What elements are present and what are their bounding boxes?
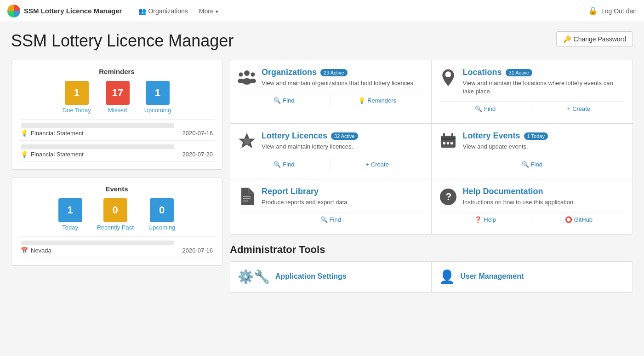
- create-button[interactable]: + Create: [532, 102, 625, 116]
- module-desc: View and maintain lottery licences.: [262, 143, 424, 151]
- module-actions: 🔍 Find: [439, 157, 626, 172]
- help-button[interactable]: ❓ Help: [439, 212, 532, 227]
- organizations-icon: 👥: [138, 7, 146, 15]
- missed-label[interactable]: Missed: [108, 107, 127, 114]
- svg-rect-8: [441, 138, 456, 140]
- module-desc: View and update events.: [463, 143, 626, 151]
- create-button[interactable]: + Create: [331, 157, 424, 172]
- left-panel: Reminders 1 Due Today 17 Missed 1 Upcomi…: [11, 60, 222, 293]
- brand-label: SSM Lottery Licence Manager: [24, 7, 122, 15]
- recently-past-count[interactable]: 0: [103, 198, 127, 222]
- module-title[interactable]: Organizations: [262, 68, 317, 77]
- recently-past-label[interactable]: Recently Past: [97, 224, 134, 231]
- upcoming-count[interactable]: 1: [146, 81, 170, 105]
- nav-more[interactable]: More: [194, 0, 224, 22]
- module-title[interactable]: Lottery Licences: [262, 131, 327, 141]
- module-locations: Locations 31 Active View and maintain th…: [432, 60, 633, 124]
- module-title[interactable]: Report Library: [262, 187, 319, 196]
- search-icon: 🔍: [475, 105, 482, 112]
- reminder-bulb-icon: 💡: [358, 97, 365, 104]
- nav-organizations[interactable]: 👥 Organizations: [133, 0, 193, 22]
- active-badge: 32 Active: [331, 132, 358, 140]
- due-today-count[interactable]: 1: [65, 81, 89, 105]
- module-desc: View and maintain organizations that hol…: [262, 79, 424, 87]
- recently-past-badge-item: 0 Recently Past: [97, 198, 134, 231]
- list-item: 💡 Financial Statement 2020-07-16: [19, 120, 215, 141]
- active-badge: 29 Active: [320, 69, 348, 76]
- event-type: 📅 Nevada: [21, 247, 51, 254]
- logout-icon: 🔓: [588, 6, 598, 15]
- help-circle-icon: ❓: [474, 216, 482, 223]
- module-lottery-events: Lottery Events 1 Today View and update e…: [432, 124, 633, 179]
- module-actions: 🔍 Find: [238, 212, 424, 227]
- events-list: 📅 Nevada 2020-07-16: [19, 236, 215, 258]
- module-help-documentation: ? Help Documentation Instructions on how…: [432, 179, 633, 234]
- module-title[interactable]: Help Documentation: [463, 187, 543, 196]
- admin-label: User Management: [461, 272, 524, 281]
- module-title[interactable]: Lottery Events: [463, 131, 520, 141]
- module-header: ? Help Documentation Instructions on how…: [439, 187, 626, 207]
- upcoming-label[interactable]: Upcoming: [144, 107, 171, 114]
- main-layout: Reminders 1 Due Today 17 Missed 1 Upcomi…: [11, 60, 633, 293]
- due-today-label[interactable]: Due Today: [63, 107, 91, 114]
- right-panel: Organizations 29 Active View and maintai…: [230, 60, 633, 293]
- svg-rect-11: [443, 142, 445, 144]
- change-password-button[interactable]: 🔑 Change Password: [556, 31, 633, 47]
- lottery-events-icon: [439, 132, 457, 149]
- nav-more-label: More: [199, 7, 214, 15]
- search-icon: 🔍: [274, 161, 281, 168]
- today-count[interactable]: 1: [58, 198, 82, 222]
- svg-point-3: [238, 79, 244, 83]
- find-button[interactable]: 🔍 Find: [439, 102, 532, 116]
- missed-badge-item: 17 Missed: [106, 81, 130, 114]
- find-button[interactable]: 🔍 Find: [238, 93, 331, 108]
- today-label[interactable]: Today: [62, 224, 78, 231]
- module-organizations: Organizations 29 Active View and maintai…: [230, 60, 432, 124]
- module-actions: 🔍 Find 💡 Reminders: [238, 93, 424, 108]
- list-item: 💡 Financial Statement 2020-07-20: [19, 141, 215, 162]
- admin-label: Application Settings: [275, 272, 347, 281]
- module-title[interactable]: Locations: [463, 68, 502, 77]
- events-upcoming-label[interactable]: Upcoming: [148, 224, 176, 231]
- module-actions: 🔍 Find + Create: [238, 157, 424, 172]
- module-header: Organizations 29 Active View and maintai…: [238, 68, 424, 87]
- find-button[interactable]: 🔍 Find: [238, 157, 331, 172]
- reminders-button[interactable]: 💡 Reminders: [331, 93, 424, 108]
- svg-rect-9: [443, 133, 445, 137]
- svg-text:?: ?: [445, 191, 451, 202]
- page-content: SSM Lottery Licence Manager 🔑 Change Pas…: [0, 22, 644, 302]
- module-header: Lottery Licences 32 Active View and main…: [238, 131, 424, 151]
- github-button[interactable]: ⭕ GitHub: [532, 212, 625, 227]
- find-button[interactable]: 🔍 Find: [439, 157, 626, 172]
- svg-rect-10: [451, 133, 453, 137]
- event-org-placeholder: [21, 241, 174, 245]
- admin-user-management[interactable]: 👤 User Management: [432, 262, 633, 292]
- module-actions: 🔍 Find + Create: [439, 101, 626, 116]
- svg-point-6: [244, 138, 250, 144]
- events-title: Events: [19, 185, 215, 193]
- reminder-org-placeholder: [21, 144, 174, 149]
- module-title-row: Lottery Events 1 Today: [463, 131, 626, 141]
- nav-right: 🔓 Log Out dan: [588, 6, 637, 15]
- reminder-icon: 💡: [21, 130, 28, 137]
- brand: SSM Lottery Licence Manager: [7, 5, 122, 17]
- admin-app-settings[interactable]: ⚙️🔧 Application Settings: [230, 262, 432, 292]
- module-actions: ❓ Help ⭕ GitHub: [439, 212, 626, 227]
- list-item: 📅 Nevada 2020-07-16: [19, 237, 215, 258]
- svg-point-5: [250, 79, 256, 83]
- find-button[interactable]: 🔍 Find: [238, 212, 424, 227]
- missed-count[interactable]: 17: [106, 81, 130, 105]
- page-header: SSM Lottery Licence Manager 🔑 Change Pas…: [11, 31, 633, 51]
- reminder-type: 💡 Financial Statement: [21, 130, 84, 137]
- calendar-icon: 📅: [21, 247, 28, 254]
- logout-label[interactable]: Log Out dan: [601, 7, 637, 15]
- reminders-badge-row: 1 Due Today 17 Missed 1 Upcoming: [19, 81, 215, 114]
- user-management-icon: 👤: [439, 269, 455, 284]
- svg-rect-7: [441, 136, 456, 148]
- admin-section: Administrator Tools ⚙️🔧 Application Sett…: [230, 244, 633, 293]
- svg-rect-12: [447, 142, 449, 144]
- today-badge-item: 1 Today: [58, 198, 82, 231]
- github-icon: ⭕: [565, 216, 572, 223]
- module-header: Lottery Events 1 Today View and update e…: [439, 131, 626, 151]
- events-upcoming-count[interactable]: 0: [150, 198, 174, 222]
